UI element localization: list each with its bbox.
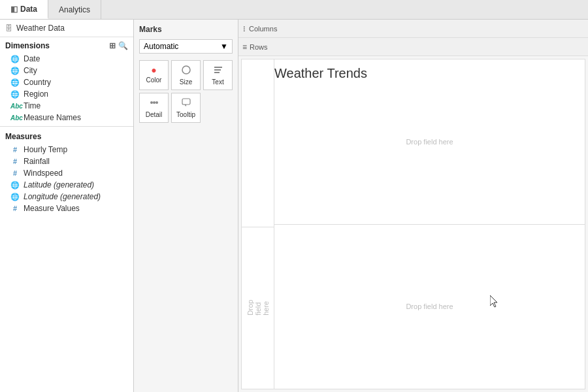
color-icon: ● [151, 65, 156, 75]
left-panel: 🗄 Weather Data Dimensions ⊞ 🔍 🌐 Date 🌐 C… [0, 20, 134, 392]
field-country-label: Country [24, 78, 51, 87]
field-measure-values-label: Measure Values [24, 204, 80, 213]
chart-bottom-area[interactable]: Drop field here [274, 225, 585, 389]
columns-drop-area[interactable] [288, 20, 584, 37]
field-latitude[interactable]: 🌐 Latitude (generated) [0, 179, 133, 191]
row-header: Dropfieldhere [242, 59, 274, 389]
rows-label: ≡ Rows [242, 42, 288, 52]
dimensions-header-icons: ⊞ 🔍 [109, 41, 128, 50]
columns-shelf[interactable]: ⫶ Columns [238, 20, 588, 38]
marks-size-button[interactable]: Size [171, 60, 201, 90]
field-date-label: Date [24, 54, 40, 63]
marks-text-button[interactable]: Text [203, 60, 233, 90]
hash-icon-measure-values: # [10, 204, 20, 212]
detail-icon [149, 97, 159, 110]
tab-analytics[interactable]: Analytics [48, 0, 101, 19]
svg-marker-9 [490, 295, 497, 307]
svg-point-0 [182, 66, 190, 74]
chart-area: Weather Trends Dropfieldhere Drop field … [241, 59, 585, 389]
marks-color-label: Color [146, 76, 162, 84]
hash-icon-hourly-temp: # [10, 146, 20, 154]
field-measure-names[interactable]: Abc Measure Names [0, 112, 133, 123]
abc-icon-measure-names: Abc [10, 114, 20, 122]
chart-content: Drop field here Drop field here [274, 59, 585, 389]
globe-icon-region: 🌐 [10, 90, 20, 99]
field-region[interactable]: 🌐 Region [0, 88, 133, 100]
rows-label-text: Rows [250, 43, 268, 51]
drop-field-here-bottom: Drop field here [406, 302, 453, 310]
svg-rect-2 [214, 69, 221, 71]
field-rainfall-label: Rainfall [24, 157, 50, 166]
field-city-label: City [24, 66, 37, 75]
abc-icon-time: Abc [10, 103, 20, 110]
marks-detail-label: Detail [146, 111, 163, 118]
field-city[interactable]: 🌐 City [0, 65, 133, 76]
field-date[interactable]: 🌐 Date [0, 53, 133, 65]
marks-tooltip-label: Tooltip [176, 111, 195, 118]
marks-panel: Marks Automatic ▼ ● Color Size Text [134, 20, 238, 392]
tab-analytics-label: Analytics [59, 5, 90, 14]
hash-icon-windspeed: # [10, 169, 20, 177]
globe-icon-latitude: 🌐 [10, 181, 20, 189]
data-source-label: Weather Data [16, 24, 65, 33]
field-longitude[interactable]: 🌐 Longitude (generated) [0, 191, 133, 203]
columns-shelf-icon: ⫶ [242, 24, 246, 33]
globe-icon-city: 🌐 [10, 67, 20, 75]
field-hourly-temp[interactable]: # Hourly Temp [0, 144, 133, 155]
rows-shelf[interactable]: ≡ Rows [238, 38, 588, 56]
marks-color-button[interactable]: ● Color [139, 60, 169, 90]
data-source-row[interactable]: 🗄 Weather Data [0, 20, 133, 37]
field-windspeed-label: Windspeed [24, 169, 63, 178]
measures-section-header: Measures [0, 126, 133, 144]
marks-title: Marks [139, 25, 233, 34]
field-measure-names-label: Measure Names [24, 113, 81, 122]
globe-icon-country: 🌐 [10, 78, 20, 87]
field-measure-values[interactable]: # Measure Values [0, 203, 133, 214]
cursor-indicator [490, 295, 499, 310]
hash-icon-rainfall: # [10, 157, 20, 165]
canvas-panel: ⫶ Columns ≡ Rows Weather Trends Dropfiel… [238, 20, 588, 392]
text-icon [213, 65, 223, 77]
field-rainfall[interactable]: # Rainfall [0, 155, 133, 167]
field-time[interactable]: Abc Time [0, 100, 133, 112]
svg-rect-3 [214, 72, 220, 73]
svg-rect-7 [182, 99, 190, 105]
svg-point-6 [155, 101, 158, 104]
globe-icon-date: 🌐 [10, 55, 20, 63]
columns-label-text: Columns [249, 25, 277, 33]
grid-icon[interactable]: ⊞ [109, 41, 116, 50]
rows-shelf-icon: ≡ [242, 42, 247, 52]
row-header-top [242, 59, 274, 227]
drop-field-vertical: Dropfieldhere [246, 300, 270, 316]
size-icon [181, 65, 191, 77]
rows-drop-area[interactable] [288, 38, 584, 56]
svg-point-5 [153, 101, 155, 104]
svg-point-4 [150, 101, 153, 104]
marks-dropdown-label: Automatic [144, 42, 178, 51]
field-windspeed[interactable]: # Windspeed [0, 167, 133, 179]
marks-text-label: Text [212, 78, 223, 86]
field-latitude-label: Latitude (generated) [24, 180, 94, 189]
field-hourly-temp-label: Hourly Temp [24, 145, 67, 154]
marks-tooltip-button[interactable]: Tooltip [171, 93, 201, 123]
svg-rect-1 [214, 67, 222, 68]
row-header-bottom: Dropfieldhere [242, 227, 274, 389]
field-country[interactable]: 🌐 Country [0, 76, 133, 88]
measures-label: Measures [5, 132, 41, 141]
field-longitude-label: Longitude (generated) [24, 192, 101, 201]
top-tab-bar: ◧ Data Analytics [0, 0, 588, 20]
marks-detail-button[interactable]: Detail [139, 93, 169, 123]
globe-icon-longitude: 🌐 [10, 193, 20, 201]
marks-type-dropdown[interactable]: Automatic ▼ [139, 39, 233, 54]
database-icon: 🗄 [5, 24, 12, 32]
tab-data[interactable]: ◧ Data [0, 0, 48, 19]
chart-top-area[interactable]: Drop field here [274, 59, 585, 225]
columns-label: ⫶ Columns [242, 24, 288, 33]
svg-marker-8 [184, 105, 186, 106]
field-region-label: Region [24, 90, 48, 99]
field-time-label: Time [24, 101, 41, 110]
marks-buttons-grid: ● Color Size Text Detail [139, 60, 233, 123]
dimensions-section-header: Dimensions ⊞ 🔍 [0, 37, 133, 53]
search-icon[interactable]: 🔍 [118, 41, 128, 50]
tab-data-label: Data [20, 5, 37, 14]
